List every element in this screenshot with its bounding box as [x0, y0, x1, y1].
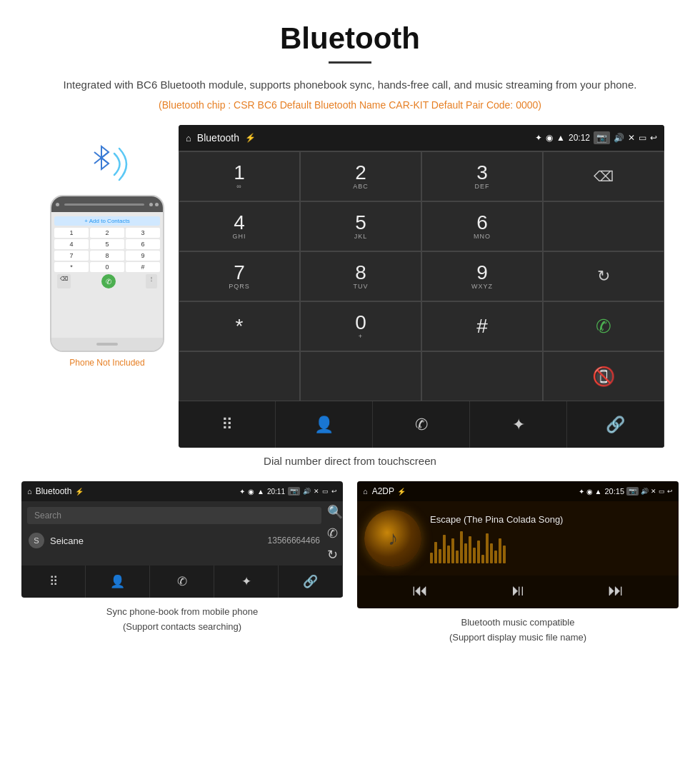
music-screen: ⌂ A2DP ⚡ ✦ ◉ ▲ 20:15 📷 🔊 ✕ ▭ ↩ [357, 481, 679, 608]
nav-contacts-btn[interactable]: 👤 [276, 401, 373, 448]
dial-caption: Dial number direct from touchscreen [0, 455, 700, 467]
dial-reload[interactable]: ↻ [543, 251, 664, 301]
pb-loc-icon: ◉ [248, 488, 254, 496]
specs-text: (Bluetooth chip : CSR BC6 Default Blueto… [0, 99, 700, 111]
pb-home-icon[interactable]: ⌂ [27, 487, 32, 496]
music-caption: Bluetooth music compatible (Support disp… [449, 615, 586, 645]
bottom-row: ⌂ Bluetooth ⚡ ✦ ◉ ▲ 20:11 📷 🔊 ✕ ▭ ↩ [0, 481, 700, 645]
pb-screen-icon[interactable]: ▭ [322, 488, 329, 495]
usb-icon: ⚡ [245, 133, 256, 143]
camera-icon[interactable]: 📷 [594, 131, 610, 144]
home-icon[interactable]: ⌂ [186, 133, 191, 144]
nav-bluetooth-btn[interactable]: ✦ [470, 401, 567, 448]
dial-key-8[interactable]: 8TUV [300, 251, 421, 301]
pb-initial: S [29, 533, 44, 548]
dial-key-0[interactable]: 0+ [300, 301, 421, 351]
music-cam-icon[interactable]: 📷 [626, 487, 639, 496]
screen-icon[interactable]: ▭ [639, 133, 646, 143]
volume-icon[interactable]: 🔊 [614, 133, 624, 143]
dial-key-1[interactable]: 1∞ [179, 151, 300, 201]
pb-back-icon[interactable]: ↩ [331, 488, 337, 495]
dial-screen-title: Bluetooth [197, 132, 239, 144]
nav-phone-btn[interactable]: ✆ [373, 401, 470, 448]
music-back-icon[interactable]: ↩ [667, 488, 673, 495]
nav-link-btn[interactable]: 🔗 [567, 401, 664, 448]
dial-key-9[interactable]: 9WXYZ [421, 251, 543, 301]
phone-bottom-row: ⌫ ✆ ⋮ [54, 274, 160, 288]
pb-search-bar[interactable]: Search [27, 507, 321, 524]
music-title: A2DP [372, 486, 394, 496]
dial-status-bar: ⌂ Bluetooth ⚡ ✦ ◉ ▲ 20:12 📷 🔊 ✕ ▭ ↩ [179, 125, 664, 151]
pb-sig-icon: ▲ [257, 488, 264, 496]
dial-pad-grid: 1∞ 2ABC 3DEF ⌫ 4GHI 5JKL 6MNO 7PQRS 8TUV… [179, 151, 664, 401]
music-content: ♪ Escape (The Pina Colada Song) [357, 501, 679, 576]
music-time: 20:15 [604, 487, 624, 496]
dial-empty-2 [543, 201, 664, 251]
dial-backspace[interactable]: ⌫ [543, 151, 664, 201]
music-usb-icon: ⚡ [397, 488, 406, 496]
time-display: 20:12 [569, 133, 590, 143]
play-pause-btn[interactable]: ⏯ [510, 581, 526, 600]
pb-reload-side-icon[interactable]: ↻ [327, 547, 343, 563]
pb-cam-icon[interactable]: 📷 [288, 487, 300, 496]
dial-key-2[interactable]: 2ABC [300, 151, 421, 201]
dial-key-star[interactable]: * [179, 301, 300, 351]
dial-call-red[interactable]: 📵 [543, 351, 664, 401]
dial-key-4[interactable]: 4GHI [179, 201, 300, 251]
main-screenshot-section: + Add to Contacts 123 456 789 *0# ⌫ ✆ ⋮ … [0, 125, 700, 448]
pb-nav-apps[interactable]: ⠿ [21, 566, 86, 598]
pb-contact-row[interactable]: S Seicane 13566664466 [27, 528, 321, 553]
music-screenshot: ⌂ A2DP ⚡ ✦ ◉ ▲ 20:15 📷 🔊 ✕ ▭ ↩ [357, 481, 679, 608]
pb-search-side-icon[interactable]: 🔍 [327, 504, 343, 520]
next-btn[interactable]: ⏭ [608, 581, 624, 600]
pb-nav-bt[interactable]: ✦ [214, 566, 279, 598]
dial-key-hash[interactable]: # [421, 301, 543, 351]
dial-empty-r5c2 [300, 351, 421, 401]
phonebook-card: ⌂ Bluetooth ⚡ ✦ ◉ ▲ 20:11 📷 🔊 ✕ ▭ ↩ [21, 481, 343, 645]
music-status-bar: ⌂ A2DP ⚡ ✦ ◉ ▲ 20:15 📷 🔊 ✕ ▭ ↩ [357, 481, 679, 501]
phone-mockup: + Add to Contacts 123 456 789 *0# ⌫ ✆ ⋮ [50, 195, 164, 352]
pb-content: Search S Seicane 13566664466 🔍 ✆ ↻ [21, 501, 343, 566]
music-home-icon[interactable]: ⌂ [363, 487, 368, 496]
pb-title: Bluetooth [36, 486, 72, 496]
dial-nav-bar: ⠿ 👤 ✆ ✦ 🔗 [179, 401, 664, 448]
title-divider [329, 61, 371, 64]
subtitle-text: Integrated with BC6 Bluetooth module, su… [0, 76, 700, 94]
dial-key-6[interactable]: 6MNO [421, 201, 543, 251]
music-controls: ⏮ ⏯ ⏭ [357, 576, 679, 608]
album-art: ♪ [364, 510, 421, 567]
pb-status-left: ⌂ Bluetooth ⚡ [27, 486, 84, 496]
pb-nav-bar: ⠿ 👤 ✆ ✦ 🔗 [21, 566, 343, 598]
music-screen-icon[interactable]: ▭ [659, 488, 665, 495]
back-icon[interactable]: ↩ [650, 133, 657, 143]
music-vol-icon[interactable]: 🔊 [641, 488, 649, 495]
pb-nav-contacts[interactable]: 👤 [86, 566, 150, 598]
dial-empty-r5c3 [421, 351, 543, 401]
pb-nav-link[interactable]: 🔗 [279, 566, 343, 598]
bluetooth-waves [75, 139, 139, 189]
page-title: Bluetooth [0, 0, 700, 61]
signal-icon: ▲ [556, 133, 565, 143]
dial-key-7[interactable]: 7PQRS [179, 251, 300, 301]
pb-vol-icon[interactable]: 🔊 [303, 488, 311, 495]
close-icon[interactable]: ✕ [628, 133, 635, 143]
pb-nav-phone[interactable]: ✆ [150, 566, 214, 598]
nav-apps-btn[interactable]: ⠿ [179, 401, 276, 448]
music-close-icon[interactable]: ✕ [651, 488, 656, 495]
music-loc-icon: ◉ [586, 488, 593, 496]
phone-side: + Add to Contacts 123 456 789 *0# ⌫ ✆ ⋮ … [36, 125, 179, 368]
status-left: ⌂ Bluetooth ⚡ [186, 132, 256, 144]
pb-call-side-icon[interactable]: ✆ [327, 526, 343, 541]
location-icon: ◉ [546, 133, 553, 143]
music-visualizer [430, 528, 671, 563]
add-contact-btn: + Add to Contacts [54, 216, 160, 226]
status-right: ✦ ◉ ▲ 20:12 📷 🔊 ✕ ▭ ↩ [535, 131, 657, 144]
bluetooth-status-icon: ✦ [535, 133, 542, 143]
prev-btn[interactable]: ⏮ [412, 581, 428, 600]
pb-bt-icon: ✦ [239, 488, 245, 496]
dial-key-3[interactable]: 3DEF [421, 151, 543, 201]
pb-close-icon[interactable]: ✕ [314, 488, 319, 495]
dial-key-5[interactable]: 5JKL [300, 201, 421, 251]
song-title: Escape (The Pina Colada Song) [430, 514, 671, 525]
dial-call-green[interactable]: ✆ [543, 301, 664, 351]
